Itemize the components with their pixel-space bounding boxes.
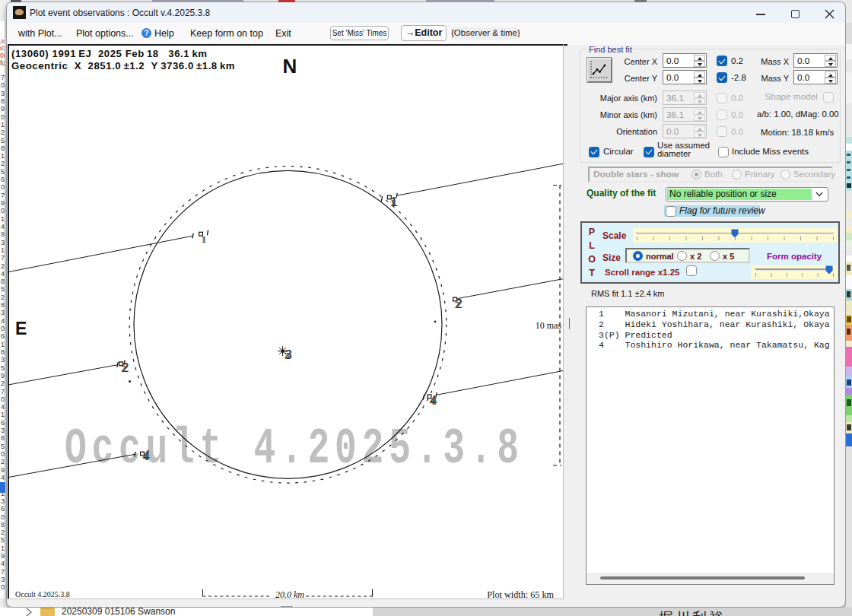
svg-text:20.0 km: 20.0 km	[275, 589, 304, 599]
svg-text:Plot width: 65 km: Plot width: 65 km	[487, 589, 554, 599]
svg-text:10 mas: 10 mas	[536, 320, 562, 331]
svg-text:Occult 4.2025.3.8: Occult 4.2025.3.8	[15, 590, 70, 599]
svg-text:4: 4	[143, 449, 150, 462]
svg-text:2: 2	[122, 361, 129, 374]
svg-text:Occult 4.2025.3.8: Occult 4.2025.3.8	[65, 421, 519, 477]
svg-text:1: 1	[202, 234, 206, 245]
svg-text:1: 1	[391, 195, 398, 208]
svg-text:3: 3	[285, 348, 292, 361]
svg-text:2: 2	[456, 297, 463, 310]
svg-text:4: 4	[431, 394, 437, 407]
